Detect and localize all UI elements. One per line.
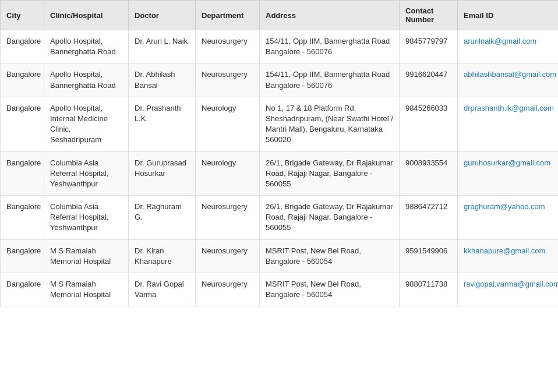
cell-address: 154/11, Opp IIM, Bannerghatta Road Banga… bbox=[260, 63, 400, 97]
cell-email[interactable]: abhilashbansal@gmail.com bbox=[458, 63, 559, 97]
email-link[interactable]: ravigopal.varma@gmail.com bbox=[464, 280, 558, 288]
cell-email[interactable]: kkhanapure@gmail.com bbox=[458, 239, 559, 273]
cell-city: Bangalore bbox=[1, 273, 44, 306]
cell-city: Bangalore bbox=[1, 239, 44, 273]
email-link[interactable]: drprashanth.lk@gmail.com bbox=[464, 104, 554, 112]
cell-address: MSRIT Post, New Bel Road, Bangalore - 56… bbox=[260, 239, 400, 273]
cell-clinic: Apollo Hospital, Bannerghatta Road bbox=[44, 30, 129, 63]
cell-doctor: Dr. Guruprasad Hosurkar bbox=[129, 151, 196, 196]
header-contact: Contact Number bbox=[400, 1, 458, 30]
cell-city: Bangalore bbox=[1, 151, 44, 196]
cell-city: Bangalore bbox=[1, 63, 44, 97]
cell-city: Bangalore bbox=[1, 97, 44, 151]
table-row: BangaloreApollo Hospital, Bannerghatta R… bbox=[1, 63, 559, 97]
cell-contact: 9845779797 bbox=[400, 30, 458, 63]
cell-department: Neurosurgery bbox=[196, 30, 260, 63]
cell-email[interactable]: arunlnaik@gmail.com bbox=[458, 30, 559, 63]
cell-clinic: Columbia Asia Referral Hospital, Yeshwan… bbox=[44, 196, 129, 240]
table-header-row: City Clinic/Hospital Doctor Department A… bbox=[1, 1, 559, 30]
cell-doctor: Dr. Prashanth L.K. bbox=[129, 97, 196, 151]
cell-doctor: Dr. Abhilash Bansal bbox=[129, 63, 196, 97]
cell-clinic: Apollo Hospital, Internal Medicine Clini… bbox=[44, 97, 129, 151]
cell-department: Neurosurgery bbox=[196, 196, 260, 240]
cell-email[interactable]: ravigopal.varma@gmail.com bbox=[458, 273, 559, 306]
cell-clinic: M S Ramaiah Memorial Hospital bbox=[44, 273, 129, 306]
cell-address: 26/1, Brigade Gateway, Dr Rajakumar Road… bbox=[260, 151, 400, 196]
cell-address: 154/11, Opp IIM, Bannerghatta Road Banga… bbox=[260, 30, 400, 63]
cell-department: Neurosurgery bbox=[196, 63, 260, 97]
cell-email[interactable]: guruhosurkar@gmail.com bbox=[458, 151, 559, 196]
table-row: BangaloreM S Ramaiah Memorial HospitalDr… bbox=[1, 273, 559, 306]
cell-email[interactable]: drprashanth.lk@gmail.com bbox=[458, 97, 559, 151]
main-table: City Clinic/Hospital Doctor Department A… bbox=[0, 0, 558, 306]
table-row: BangaloreColumbia Asia Referral Hospital… bbox=[1, 151, 559, 196]
cell-doctor: Dr. Kiran Khanapure bbox=[129, 239, 196, 273]
cell-department: Neurology bbox=[196, 97, 260, 151]
cell-contact: 9886472712 bbox=[400, 196, 458, 240]
cell-doctor: Dr. Arun L. Naik bbox=[129, 30, 196, 63]
cell-clinic: M S Ramaiah Memorial Hospital bbox=[44, 239, 129, 273]
cell-contact: 9916620447 bbox=[400, 63, 458, 97]
cell-city: Bangalore bbox=[1, 196, 44, 240]
cell-clinic: Columbia Asia Referral Hospital, Yeshwan… bbox=[44, 151, 129, 196]
cell-doctor: Dr. Raghuram G. bbox=[129, 196, 196, 240]
cell-department: Neurosurgery bbox=[196, 239, 260, 273]
cell-doctor: Dr. Ravi Gopal Varma bbox=[129, 273, 196, 306]
cell-contact: 9008933554 bbox=[400, 151, 458, 196]
header-email: Email ID bbox=[458, 1, 559, 30]
email-link[interactable]: arunlnaik@gmail.com bbox=[464, 37, 536, 45]
cell-department: Neurosurgery bbox=[196, 273, 260, 306]
table-row: BangaloreColumbia Asia Referral Hospital… bbox=[1, 196, 559, 240]
cell-email[interactable]: graghuram@yahoo.com bbox=[458, 196, 559, 240]
cell-city: Bangalore bbox=[1, 30, 44, 63]
header-department: Department bbox=[196, 1, 260, 30]
cell-address: 26/1, Brigade Gateway, Dr Rajakumar Road… bbox=[260, 196, 400, 240]
cell-department: Neurology bbox=[196, 151, 260, 196]
email-link[interactable]: guruhosurkar@gmail.com bbox=[464, 158, 550, 167]
cell-contact: 9591549906 bbox=[400, 239, 458, 273]
cell-address: MSRIT Post, New Bel Road, Bangalore - 56… bbox=[260, 273, 400, 306]
header-city: City bbox=[1, 1, 44, 30]
header-address: Address bbox=[260, 1, 400, 30]
cell-contact: 9880711738 bbox=[400, 273, 458, 306]
table-row: BangaloreM S Ramaiah Memorial HospitalDr… bbox=[1, 239, 559, 273]
table-row: BangaloreApollo Hospital, Bannerghatta R… bbox=[1, 30, 559, 63]
cell-contact: 9845266033 bbox=[400, 97, 458, 151]
cell-clinic: Apollo Hospital, Bannerghatta Road bbox=[44, 63, 129, 97]
email-link[interactable]: kkhanapure@gmail.com bbox=[464, 246, 545, 255]
cell-address: No 1, 17 & 18 Platform Rd, Sheshadripura… bbox=[260, 97, 400, 151]
header-clinic: Clinic/Hospital bbox=[44, 1, 129, 30]
table-row: BangaloreApollo Hospital, Internal Medic… bbox=[1, 97, 559, 151]
email-link[interactable]: graghuram@yahoo.com bbox=[464, 202, 545, 211]
email-link[interactable]: abhilashbansal@gmail.com bbox=[464, 70, 556, 79]
header-doctor: Doctor bbox=[129, 1, 196, 30]
